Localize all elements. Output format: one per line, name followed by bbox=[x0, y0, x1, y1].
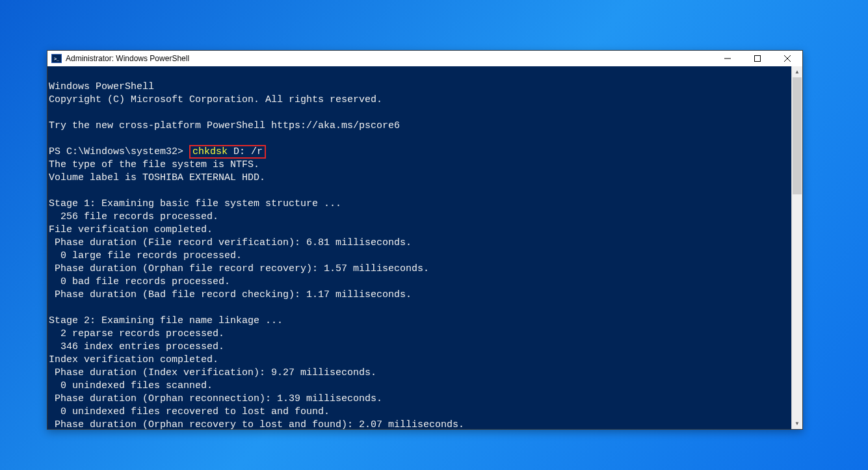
window-title: Administrator: Windows PowerShell bbox=[66, 54, 713, 63]
output-line: 0 unindexed files recovered to lost and … bbox=[49, 406, 330, 417]
output-line: 346 index entries processed. bbox=[49, 341, 224, 352]
output-line: Phase duration (File record verification… bbox=[49, 237, 412, 248]
powershell-icon bbox=[51, 54, 62, 63]
output-line: Phase duration (Orphan file record recov… bbox=[49, 263, 429, 274]
command-name: chkdsk bbox=[192, 146, 228, 157]
scroll-down-arrow-icon[interactable]: ▼ bbox=[792, 418, 802, 429]
minimize-button[interactable] bbox=[713, 51, 743, 66]
output-line: 256 file records processed. bbox=[49, 211, 218, 222]
close-button[interactable] bbox=[772, 51, 802, 66]
output-line: 0 bad file records processed. bbox=[49, 276, 230, 287]
output-line: Try the new cross-platform PowerShell ht… bbox=[49, 120, 400, 131]
powershell-window: Administrator: Windows PowerShell Window… bbox=[47, 50, 803, 430]
output-line: Index verification completed. bbox=[49, 354, 218, 365]
titlebar[interactable]: Administrator: Windows PowerShell bbox=[47, 51, 802, 66]
terminal-output[interactable]: Windows PowerShell Copyright (C) Microso… bbox=[47, 66, 791, 429]
scroll-thumb[interactable] bbox=[793, 77, 802, 194]
prompt-prefix: PS C:\Windows\system32> bbox=[49, 146, 189, 157]
prompt-line: PS C:\Windows\system32> chkdsk D: /r bbox=[49, 145, 266, 159]
maximize-button[interactable] bbox=[743, 51, 772, 66]
output-line: Windows PowerShell bbox=[49, 81, 154, 92]
output-line: Phase duration (Orphan reconnection): 1.… bbox=[49, 393, 382, 404]
command-highlight: chkdsk D: /r bbox=[189, 145, 266, 159]
output-line: Copyright (C) Microsoft Corporation. All… bbox=[49, 94, 382, 105]
vertical-scrollbar[interactable]: ▲ ▼ bbox=[791, 66, 802, 429]
svg-rect-1 bbox=[755, 56, 761, 62]
output-line: The type of the file system is NTFS. bbox=[49, 159, 259, 170]
output-line: 0 large file records processed. bbox=[49, 250, 242, 261]
command-args: D: /r bbox=[228, 146, 263, 157]
output-line: Phase duration (Orphan recovery to lost … bbox=[49, 419, 464, 429]
output-line: Phase duration (Bad file record checking… bbox=[49, 289, 412, 300]
output-line: Stage 2: Examining file name linkage ... bbox=[49, 315, 283, 326]
output-line: File verification completed. bbox=[49, 224, 213, 235]
output-line: Volume label is TOSHIBA EXTERNAL HDD. bbox=[49, 172, 265, 183]
output-line: 2 reparse records processed. bbox=[49, 328, 224, 339]
output-line: Stage 1: Examining basic file system str… bbox=[49, 198, 341, 209]
output-line: Phase duration (Index verification): 9.2… bbox=[49, 367, 376, 378]
scroll-up-arrow-icon[interactable]: ▲ bbox=[792, 66, 802, 77]
output-line: 0 unindexed files scanned. bbox=[49, 380, 213, 391]
